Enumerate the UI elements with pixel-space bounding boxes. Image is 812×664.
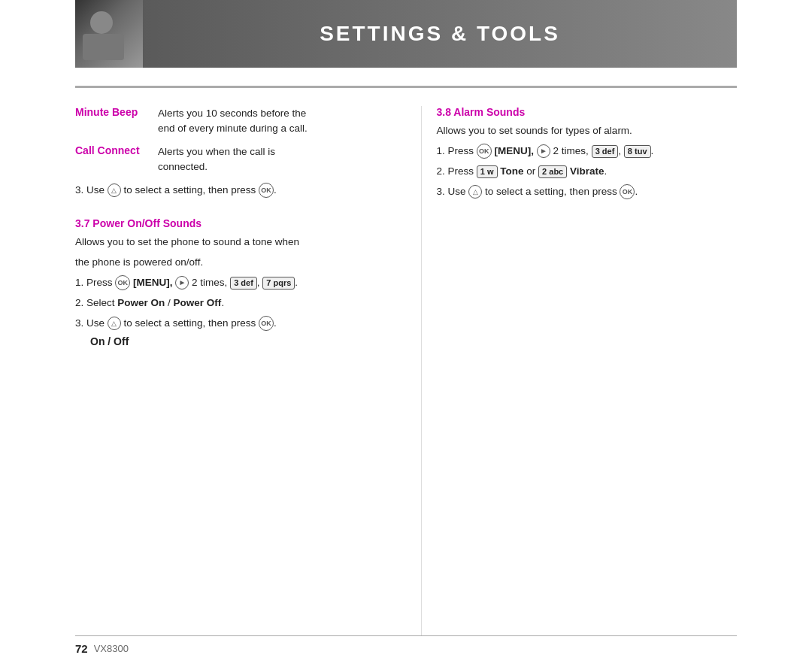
header-divider [75,86,737,88]
nav-right-icon: ► [175,276,189,290]
page-footer: 72 VX8300 [75,635,737,664]
s37-step1: 1. Press OK [MENU], ► 2 times, 3 def, 7 … [75,274,376,292]
ok-icon-s38-3: OK [620,184,635,199]
s37-step3: 3. Use △ to select a setting, then press… [75,315,376,332]
scroll-icon-s38: △ [468,185,482,199]
ok-icon-s38-1: OK [477,144,492,159]
call-connect-row: Call Connect Alerts you when the call is… [75,144,376,175]
key-8tuv-s38: 8 tuv [624,145,651,158]
section-38-desc: Allows you to set sounds for types of al… [437,123,738,140]
ok-icon-s37-3: OK [259,316,274,331]
on-off-label: On / Off [90,335,376,347]
section-37: 3.7 Power On/Off Sounds Allows you to se… [75,217,376,347]
minute-beep-row: Minute Beep Alerts you 10 seconds before… [75,106,376,137]
ok-icon-s37-1: OK [115,275,130,290]
section-37-desc2: the phone is powered on/off. [75,254,376,271]
section-37-desc1: Allows you to set the phone to sound a t… [75,234,376,251]
s38-step1: 1. Press OK [MENU], ► 2 times, 3 def, 8 … [437,143,738,160]
minute-beep-label: Minute Beep [75,106,143,137]
call-connect-def: Alerts you when the call is connected. [158,144,275,175]
section-37-heading: 3.7 Power On/Off Sounds [75,217,376,229]
step3-left: 3. Use △ to select a setting, then press… [75,182,376,199]
header-photo [75,0,143,68]
s38-step3: 3. Use △ to select a setting, then press… [437,183,738,201]
call-connect-label: Call Connect [75,144,143,175]
key-1w-s38: 1 w [477,165,498,178]
header-title: SETTINGS & TOOLS [143,22,737,46]
page-number: 72 [75,642,88,655]
section-38-heading: 3.8 Alarm Sounds [437,106,738,118]
key-2abc-s38: 2 abc [538,165,567,178]
left-column: Minute Beep Alerts you 10 seconds before… [75,106,391,635]
s37-step2: 2. Select Power On / Power Off. [75,295,376,312]
right-column: 3.8 Alarm Sounds Allows you to set sound… [421,106,738,635]
nav-right-icon-s38: ► [537,144,550,158]
page-header: SETTINGS & TOOLS [75,0,737,68]
key-3def: 3 def [230,277,257,290]
minute-beep-def: Alerts you 10 seconds before the end of … [158,106,308,137]
key-7pqrs: 7 pqrs [262,277,295,290]
scroll-icon-s37: △ [108,317,121,330]
key-3def-s38: 3 def [592,145,619,158]
scroll-icon: △ [108,183,121,197]
main-content: Minute Beep Alerts you 10 seconds before… [75,106,737,635]
model-name: VX8300 [94,643,129,654]
ok-icon: OK [259,183,274,198]
s38-step2: 2. Press 1 w Tone or 2 abc Vibrate. [437,163,738,180]
